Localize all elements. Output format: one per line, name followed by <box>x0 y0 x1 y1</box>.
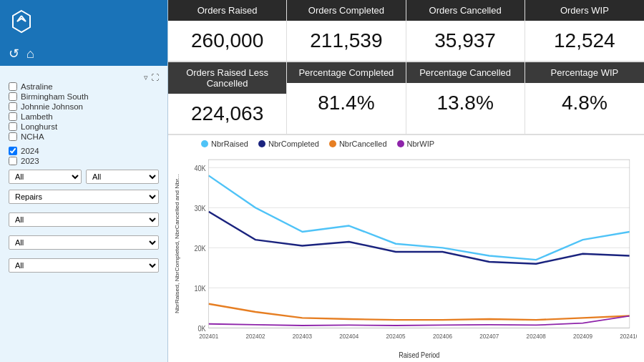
stat-cell-2: Percentage Cancelled 13.8% <box>406 62 525 134</box>
stat-header: Orders Cancelled <box>406 0 525 21</box>
branch-item: Birmingham South <box>9 92 159 101</box>
stat-header-2: Percentage Cancelled <box>406 62 525 83</box>
legend-item: NbrCancelled <box>329 140 387 148</box>
svg-text:202409: 202409 <box>573 332 592 340</box>
legend-item: NbrRaised <box>201 140 248 148</box>
stat-cell: Orders Cancelled 35,937 <box>406 0 525 61</box>
legend-dot <box>329 140 336 147</box>
fortem-logo-icon <box>9 9 34 34</box>
stat-value-2: 13.8% <box>432 83 497 123</box>
year-item: 2024 <box>9 147 159 155</box>
stat-value-2: 4.8% <box>557 83 612 123</box>
branch-item: Longhurst <box>9 122 159 131</box>
branch-filter-icons: ▿ ⛶ <box>144 73 159 82</box>
svg-text:30K: 30K <box>194 204 205 212</box>
svg-text:202402: 202402 <box>246 332 265 340</box>
svg-text:202407: 202407 <box>479 332 499 340</box>
sidebar-header <box>0 0 167 43</box>
legend-dot <box>258 140 265 147</box>
workstream-jobtype-select[interactable]: All <box>9 212 159 227</box>
branch-live-select[interactable]: All <box>9 258 159 273</box>
legend-label: NbrWIP <box>407 140 435 148</box>
svg-text:202403: 202403 <box>293 332 312 340</box>
stat-cell-2: Percentage Completed 81.4% <box>287 62 406 134</box>
chart-legend: NbrRaisedNbrCompletedNbrCancelledNbrWIP <box>201 140 637 148</box>
order-status-select[interactable]: All <box>9 235 159 250</box>
branch-item: Lambeth <box>9 112 159 121</box>
sidebar: ↺ ⌂ ▿ ⛶ Astraline Birmingham South Johnn… <box>0 0 168 362</box>
stat-cell-2: Percentage WIP 4.8% <box>525 62 644 134</box>
legend-label: NbrCancelled <box>339 140 387 148</box>
legend-label: NbrRaised <box>211 140 248 148</box>
stat-value-2: 81.4% <box>313 83 379 123</box>
branch-item: Astraline <box>9 82 159 91</box>
stat-header: Orders Raised <box>168 0 286 21</box>
svg-text:202408: 202408 <box>527 332 546 340</box>
filter-icon[interactable]: ▿ <box>144 73 148 82</box>
workstream-order-select[interactable]: Repairs <box>9 190 159 204</box>
season-select[interactable]: All <box>86 170 159 184</box>
svg-rect-23 <box>209 160 630 328</box>
legend-item: NbrWIP <box>397 140 435 148</box>
branch-item: Johnnie Johnson <box>9 102 159 111</box>
svg-text:NbrRaised, NbrCompleted, NbrCa: NbrRaised, NbrCompleted, NbrCancelled an… <box>175 174 180 313</box>
legend-dot <box>397 140 404 147</box>
stats-row-2: Orders Raised Less Cancelled 224,063 Per… <box>168 62 644 135</box>
stats-row-1: Orders Raised 260,000 Orders Completed 2… <box>168 0 644 62</box>
stat-header-2: Percentage Completed <box>287 62 405 83</box>
stat-header: Orders Completed <box>287 0 405 21</box>
svg-text:40K: 40K <box>194 164 205 172</box>
stat-value: 260,000 <box>187 21 268 61</box>
branch-item: NCHA <box>9 132 159 141</box>
stat-header-2: Orders Raised Less Cancelled <box>168 62 286 94</box>
stat-cell: Orders WIP 12,524 <box>525 0 644 61</box>
year-list: 2024 2023 <box>9 147 159 165</box>
stat-cell: Orders Completed 211,539 <box>287 0 406 61</box>
stat-cell: Orders Raised 260,000 <box>168 0 287 61</box>
stat-value: 35,937 <box>430 21 500 61</box>
month-desc-select[interactable]: All <box>9 170 82 184</box>
svg-text:202410: 202410 <box>620 332 637 340</box>
line-chart: 0K10K20K30K40K20240120240220240320240420… <box>172 151 637 359</box>
legend-item: NbrCompleted <box>258 140 319 148</box>
stat-header-2: Percentage WIP <box>525 62 644 83</box>
svg-text:202406: 202406 <box>433 332 452 340</box>
stat-value-2: 224,063 <box>187 94 268 134</box>
chart-area: NbrRaisedNbrCompletedNbrCancelledNbrWIP … <box>168 135 644 362</box>
svg-text:202401: 202401 <box>199 332 218 340</box>
home-button[interactable]: ⌂ <box>26 47 34 60</box>
stat-value: 211,539 <box>306 21 386 61</box>
svg-marker-0 <box>13 11 30 32</box>
sidebar-toolbar: ↺ ⌂ <box>0 43 167 66</box>
branch-list: Astraline Birmingham South Johnnie Johns… <box>9 82 159 141</box>
svg-text:202405: 202405 <box>386 332 406 340</box>
stat-header: Orders WIP <box>525 0 644 21</box>
stat-value: 12,524 <box>550 21 620 61</box>
svg-text:Raised Period: Raised Period <box>399 351 439 359</box>
legend-label: NbrCompleted <box>268 140 319 148</box>
legend-dot <box>201 140 208 147</box>
svg-text:20K: 20K <box>194 244 205 253</box>
year-item: 2023 <box>9 157 159 165</box>
sidebar-filters: ▿ ⛶ Astraline Birmingham South Johnnie J… <box>0 66 167 362</box>
stat-cell-2: Orders Raised Less Cancelled 224,063 <box>168 62 287 134</box>
svg-text:10K: 10K <box>194 284 205 293</box>
chart-container: 0K10K20K30K40K20240120240220240320240420… <box>172 151 637 359</box>
svg-text:202404: 202404 <box>339 332 358 340</box>
main-content: Orders Raised 260,000 Orders Completed 2… <box>168 0 644 362</box>
undo-button[interactable]: ↺ <box>9 47 19 60</box>
expand-icon[interactable]: ⛶ <box>151 73 159 82</box>
